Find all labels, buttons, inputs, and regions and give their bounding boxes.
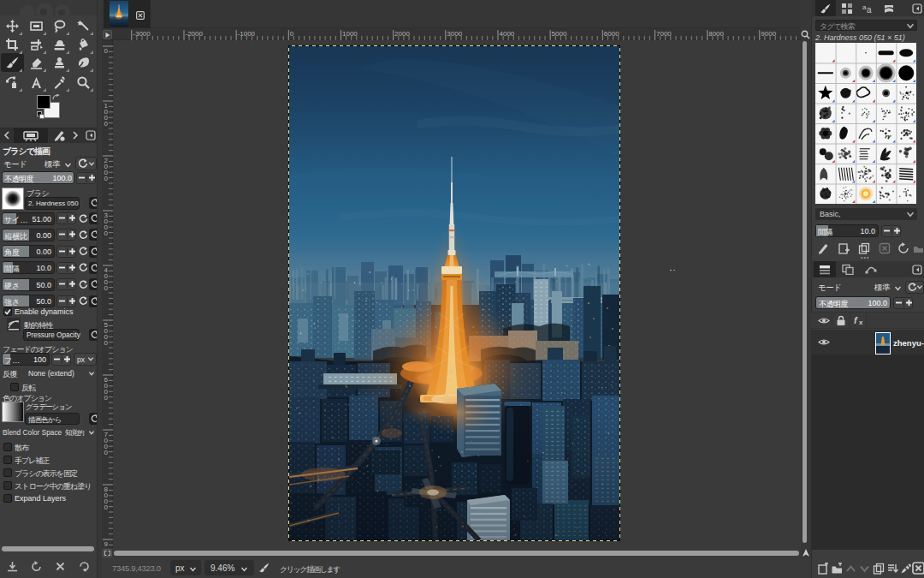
svg-text:0: 0 [104, 47, 109, 55]
svg-text:3000: 3000 [447, 30, 462, 38]
svg-text:0: 0 [104, 546, 109, 549]
svg-text:0: 0 [104, 394, 109, 402]
svg-text:0: 0 [104, 339, 109, 347]
svg-text:1000: 1000 [342, 30, 358, 38]
svg-text:9000: 9000 [761, 30, 776, 38]
svg-text:0: 0 [104, 120, 109, 128]
svg-text:7000: 7000 [656, 30, 672, 38]
svg-text:2000: 2000 [394, 30, 410, 38]
svg-text:0: 0 [104, 504, 109, 511]
svg-text:0: 0 [104, 449, 109, 456]
svg-text:4000: 4000 [500, 30, 515, 38]
svg-text:8000: 8000 [708, 30, 724, 38]
svg-text:0: 0 [104, 175, 109, 182]
svg-text:a: a [867, 5, 872, 15]
svg-text:5000: 5000 [552, 30, 567, 38]
svg-text:6000: 6000 [604, 30, 619, 38]
svg-text:0: 0 [104, 284, 109, 292]
svg-text:0: 0 [104, 229, 109, 237]
